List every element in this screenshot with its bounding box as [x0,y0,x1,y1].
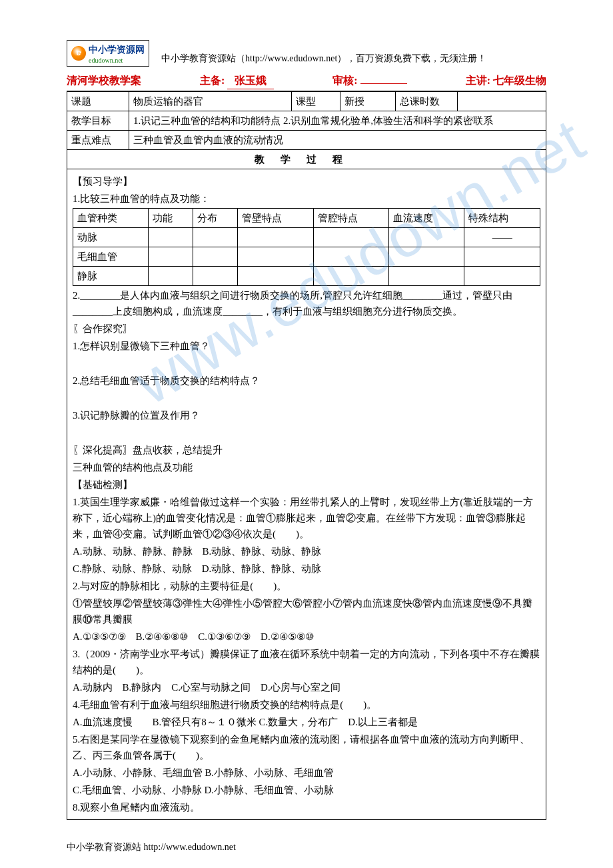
preview-heading: 【预习导学】 [73,173,540,189]
th-6: 特殊结构 [464,209,540,228]
base-q5a: 5.右图是某同学在显微镜下观察到的金鱼尾鳍内血液的流动图，请根据各血管中血液的流… [73,731,540,763]
th-1: 功能 [149,209,193,228]
base-q4b: A.血流速度慢 B.管径只有8～１０微米 C.数量大，分布广 D.以上三者都是 [73,714,540,730]
deep-heading: 〖深化提高〗盘点收获，总结提升 [73,442,540,458]
content-row: 【预习导学】 1.比较三种血管的特点及功能： 血管种类 功能 分布 管壁特点 管… [67,169,546,820]
goal-row: 教学目标 1.识记三种血管的结构和功能特点 2.识别血常规化验单,体验生活和科学… [67,111,546,131]
td [389,247,464,267]
base-q4a: 4.毛细血管有利于血液与组织细胞进行物质交换的结构特点是( )。 [73,697,540,713]
td [238,228,313,247]
header-description: 中小学教育资源站（http://www.edudown.net），百万资源免费下… [161,51,486,66]
table-row: 静脉 [73,267,540,286]
title-line: 清河学校教学案 主备: 张玉娥 审核: 主讲: 七年级生物 [67,71,546,92]
page: www.edudown.net e 中小学资源网 edudown.net 中小学… [0,0,613,868]
base-q2a: 2.与对应的静脉相比，动脉的主要特征是( )。 [73,578,540,594]
diff-row: 重点难点 三种血管及血管内血液的流动情况 [67,131,546,150]
base-q3a: 3.（2009・济南学业水平考试）瓣膜保证了血液在循环系统中朝着一定的方向流动，… [73,646,540,678]
td [389,228,464,247]
type-label: 课型 [292,92,340,111]
td [313,228,388,247]
school-name: 清河学校教学案 [67,72,141,89]
td [464,247,540,267]
prep-label: 主备: [200,75,225,86]
td [149,267,193,286]
diff-value: 三种血管及血管内血液的流动情况 [129,131,546,150]
th-4: 管腔特点 [313,209,388,228]
th-0: 血管种类 [73,209,149,228]
prep-name: 张玉娥 [227,72,274,90]
goal-value: 1.识记三种血管的结构和功能特点 2.识别血常规化验单,体验生活和科学的紧密联系 [129,111,546,131]
base-heading: 【基础检测】 [73,477,540,493]
th-5: 血流速度 [389,209,464,228]
preview-item1: 1.比较三种血管的特点及功能： [73,191,540,207]
site-logo: e 中小学资源网 edudown.net [67,40,149,67]
td [238,247,313,267]
lecture-name: 七年级生物 [493,75,546,86]
deep-line: 三种血管的结构他点及功能 [73,459,540,475]
vessel-table: 血管种类 功能 分布 管壁特点 管腔特点 血流速度 特殊结构 动脉 [73,208,540,286]
base-q1a: 1.英国生理学家威廉・哈维曾做过这样一个实验：用丝带扎紧人的上臂时，发现丝带上方… [73,494,540,542]
td [149,247,193,267]
topic-value: 物质运输的器官 [129,92,292,111]
process-row: 教学过程 [67,150,546,169]
lecture-segment: 主讲: 七年级生物 [466,72,546,89]
base-q8: 8.观察小鱼尾鳍内血液流动。 [73,799,540,815]
coop-q3: 3.识记静脉瓣的位置及作用？ [73,407,540,423]
coop-q1: 1.怎样识别显微镜下三种血管？ [73,338,540,354]
table-row: 毛细血管 [73,247,540,267]
topic-row: 课题 物质运输的器官 课型 新授 总课时数 [67,92,546,111]
table-header-row: 血管种类 功能 分布 管壁特点 管腔特点 血流速度 特殊结构 [73,209,540,228]
base-q2b: ①管壁较厚②管壁较薄③弹性大④弹性小⑤管腔大⑥管腔小⑦管内血流速度快⑧管内血流速… [73,595,540,627]
td [149,228,193,247]
content-cell: 【预习导学】 1.比较三种血管的特点及功能： 血管种类 功能 分布 管壁特点 管… [67,169,546,820]
logo-brand: 中小学资源网 [89,43,145,57]
td: 静脉 [73,267,149,286]
coop-heading: 〖合作探究〗 [73,321,540,337]
base-q1b: A.动脉、动脉、静脉、静脉 B.动脉、静脉、动脉、静脉 [73,543,540,559]
coop-q2: 2.总结毛细血管适于物质交换的结构特点？ [73,373,540,389]
preview-item2: 2.________是人体内血液与组织之间进行物质交换的场所,管腔只允许红细胞_… [73,287,540,319]
process-header: 教学过程 [67,150,546,169]
logo-icon: e [71,46,86,61]
td [464,267,540,286]
td: 动脉 [73,228,149,247]
type-value: 新授 [340,92,396,111]
review-segment: 审核: [332,72,406,89]
total-value [458,92,546,111]
review-label: 审核: [332,75,357,86]
lecture-label: 主讲: [466,75,490,86]
td [193,267,238,286]
base-q3b: A.动脉内 B.静脉内 C.心室与动脉之间 D.心房与心室之间 [73,679,540,695]
th-2: 分布 [193,209,238,228]
td [389,267,464,286]
base-q5c: C.毛细血管、小动脉、小静脉 D.小静脉、毛细血管、小动脉 [73,782,540,798]
main-table: 课题 物质运输的器官 课型 新授 总课时数 教学目标 1.识记三种血管的结构和功… [67,91,546,820]
td [193,228,238,247]
th-3: 管壁特点 [238,209,313,228]
logo-text-wrap: 中小学资源网 edudown.net [89,43,145,64]
td: —— [464,228,540,247]
footer-text: 中小学教育资源站 http://www.edudown.net [67,840,546,855]
prep-segment: 主备: 张玉娥 [200,72,274,90]
base-q2c: A.①③⑤⑦⑨ B.②④⑥⑧⑩ C.①③⑥⑦⑨ D.②④⑤⑧⑩ [73,629,540,645]
topic-label: 课题 [67,92,129,111]
td [313,267,388,286]
logo-subtext: edudown.net [89,57,145,64]
base-q5b: A.小动脉、小静脉、毛细血管 B.小静脉、小动脉、毛细血管 [73,765,540,781]
goal-label: 教学目标 [67,111,129,131]
diff-label: 重点难点 [67,131,129,150]
header-row: e 中小学资源网 edudown.net 中小学教育资源站（http://www… [67,40,546,67]
td [313,247,388,267]
td [238,267,313,286]
base-q1c: C.静脉、动脉、静脉、动脉 D.动脉、静脉、静脉、动脉 [73,561,540,577]
table-row: 动脉 —— [73,228,540,247]
review-name [360,83,407,84]
td [193,247,238,267]
td: 毛细血管 [73,247,149,267]
total-label: 总课时数 [396,92,458,111]
